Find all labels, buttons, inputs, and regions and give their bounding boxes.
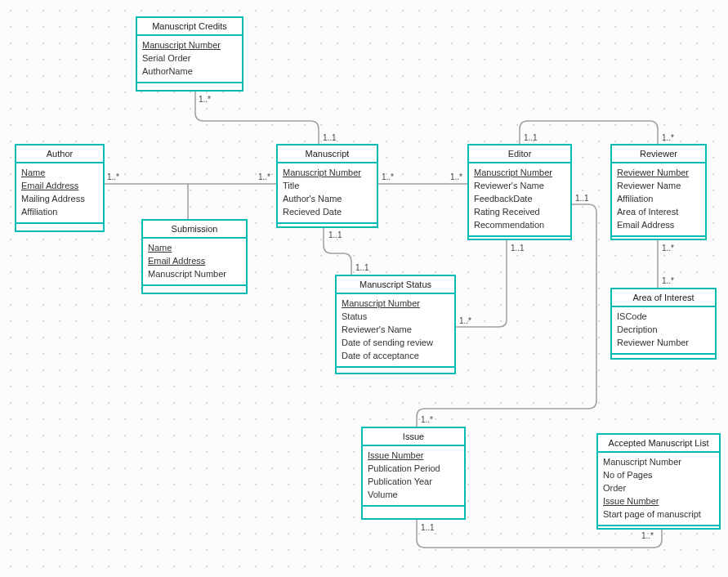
entity-attrs: Reviewer Number Reviewer Name Affiliatio… — [612, 163, 705, 237]
entity-methods — [337, 368, 454, 381]
mult-label: 1..* — [459, 316, 471, 325]
entity-reviewer[interactable]: Reviewer Reviewer Number Reviewer Name A… — [610, 144, 707, 240]
mult-label: 1..* — [199, 95, 211, 104]
mult-label: 1..* — [382, 172, 394, 181]
entity-methods — [137, 83, 242, 96]
entity-attrs: Manuscript Number Reviewer's Name Feedba… — [469, 163, 570, 237]
entity-methods — [143, 286, 246, 299]
entity-attrs: Name Email Address Manuscript Number — [143, 239, 246, 286]
mult-label: 1..* — [450, 172, 462, 181]
entity-methods — [363, 507, 464, 520]
entity-methods — [16, 224, 103, 237]
entity-author[interactable]: Author Name Email Address Mailing Addres… — [15, 144, 105, 232]
entity-title: Manuscript — [278, 145, 377, 163]
entity-title: Reviewer — [612, 145, 705, 163]
mult-label: 1..1 — [421, 523, 435, 532]
entity-methods — [612, 355, 715, 368]
mult-label: 1..* — [258, 172, 270, 181]
mult-label: 1..1 — [355, 263, 369, 272]
entity-attrs: ISCode Decription Reviewer Number — [612, 307, 715, 355]
entity-manuscript[interactable]: Manuscript Manuscript Number Title Autho… — [276, 144, 378, 228]
entity-manuscript-status[interactable]: Manuscript Status Manuscript Number Stat… — [335, 275, 456, 374]
entity-editor[interactable]: Editor Manuscript Number Reviewer's Name… — [467, 144, 572, 240]
entity-attrs: Issue Number Publication Period Publicat… — [363, 446, 464, 507]
entity-title: Author — [16, 145, 103, 163]
entity-attrs: Manuscript Number No of Pages Order Issu… — [598, 453, 719, 526]
entity-attrs: Name Email Address Mailing Address Affil… — [16, 163, 103, 224]
mult-label: 1..* — [662, 276, 674, 285]
entity-title: Manuscript Status — [337, 276, 454, 294]
mult-label: 1..1 — [328, 230, 342, 239]
entity-title: Editor — [469, 145, 570, 163]
mult-label: 1..1 — [323, 133, 337, 142]
entity-area-of-interest[interactable]: Area of Interest ISCode Decription Revie… — [610, 288, 717, 360]
entity-issue[interactable]: Issue Issue Number Publication Period Pu… — [361, 427, 466, 520]
mult-label: 1..* — [421, 415, 433, 424]
mult-label: 1..* — [107, 172, 119, 181]
entity-attrs: Manuscript Number Title Author's Name Re… — [278, 163, 377, 224]
entity-methods — [612, 237, 705, 250]
entity-attrs: Manuscript Number Serial Order AuthorNam… — [137, 36, 242, 83]
mult-label: 1..* — [662, 244, 674, 253]
entity-attrs: Manuscript Number Status Reviewer's Name… — [337, 294, 454, 368]
mult-label: 1..* — [641, 531, 654, 540]
mult-label: 1..* — [662, 133, 674, 142]
entity-manuscript-credits[interactable]: Manuscript Credits Manuscript Number Ser… — [136, 16, 243, 92]
entity-submission[interactable]: Submission Name Email Address Manuscript… — [141, 219, 248, 294]
entity-accepted-list[interactable]: Accepted Manuscript List Manuscript Numb… — [596, 433, 721, 530]
entity-title: Issue — [363, 428, 464, 446]
entity-title: Manuscript Credits — [137, 18, 242, 36]
entity-methods — [278, 224, 377, 237]
mult-label: 1..1 — [575, 194, 589, 203]
entity-title: Area of Interest — [612, 289, 715, 307]
entity-methods — [598, 526, 719, 539]
entity-title: Submission — [143, 221, 246, 239]
entity-title: Accepted Manuscript List — [598, 435, 719, 453]
mult-label: 1..1 — [511, 244, 525, 253]
mult-label: 1..1 — [524, 133, 538, 142]
